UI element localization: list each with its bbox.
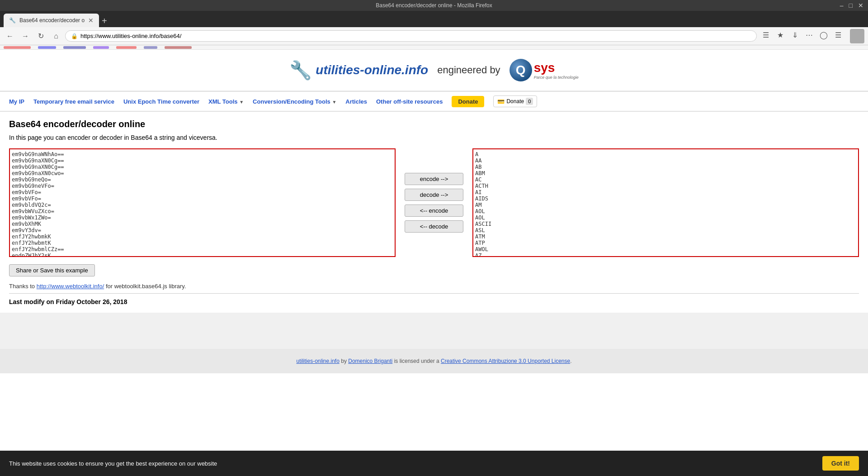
tab-favicon: 🔧 [9, 17, 16, 24]
home-btn[interactable]: ⌂ [50, 30, 62, 43]
license-text: is licensed under a [394, 358, 439, 364]
osys-tagline: Parce que la technologie [534, 75, 579, 80]
encoder-buttons: encode --> decode --> <-- encode <-- dec… [396, 148, 472, 257]
bookmark-item-7[interactable] [165, 46, 192, 49]
nav-my-ip[interactable]: My IP [9, 98, 24, 105]
nav-articles[interactable]: Articles [345, 98, 367, 105]
thanks-text: Thanks to [9, 283, 35, 290]
menu-btn[interactable]: ☰ [832, 29, 844, 42]
osys-logo[interactable]: Q sys Parce que la technologie [509, 59, 579, 81]
downloads-btn[interactable]: ⇓ [788, 29, 801, 42]
conversion-arrow: ▼ [332, 100, 336, 105]
minimize-btn[interactable]: – [840, 2, 844, 9]
nav-conversion[interactable]: Conversion/Encoding Tools ▼ [253, 98, 336, 105]
browser-chrome: Base64 encoder/decoder online - Mozilla … [0, 0, 868, 50]
nav-temp-email[interactable]: Temporary free email service [33, 98, 114, 105]
page-content: 🔧 utilities-online.info engineered by Q … [0, 50, 868, 373]
license-footer: utilities-online.info by Domenico Brigan… [0, 349, 868, 373]
donate-count: 0 [526, 98, 533, 105]
donate-paypal-label: Donate [506, 98, 524, 105]
url-bar: 🔒 [65, 30, 757, 42]
nav-menu: My IP Temporary free email service Unix … [0, 91, 868, 112]
nav-other[interactable]: Other off-site resources [376, 98, 443, 105]
active-tab[interactable]: 🔧 Base64 encoder/decoder o ✕ [4, 14, 99, 27]
footer-info: Thanks to http://www.webtoolkit.info/ fo… [9, 283, 859, 290]
osys-text-wrapper: sys Parce que la technologie [534, 61, 579, 80]
bookmark-item-4[interactable] [93, 46, 109, 49]
nav-extras: ☰ ★ ⇓ ⋯ ◯ ☰ [760, 29, 864, 43]
forward-btn[interactable]: → [19, 30, 32, 43]
osys-globe-icon: Q [509, 59, 532, 81]
avatar[interactable] [850, 29, 864, 43]
osys-label: sys [534, 61, 555, 75]
nav-unix-epoch[interactable]: Unix Epoch Time converter [123, 98, 199, 105]
url-input[interactable] [80, 33, 751, 39]
toolkit-suffix: for webtoolkit.base64.js library. [106, 283, 186, 290]
lock-icon: 🔒 [71, 33, 78, 39]
window-title: Base64 encoder/decoder online - Mozilla … [376, 2, 492, 9]
bookmark-bar [0, 45, 868, 50]
rev-decode-btn[interactable]: <-- decode [405, 220, 463, 233]
bookmark-item-2[interactable] [38, 46, 56, 49]
page-title: Base64 encoder/decoder online [9, 119, 859, 129]
bookmark-item-1[interactable] [4, 46, 31, 49]
logo-area: 🔧 utilities-online.info engineered by Q … [289, 59, 578, 81]
nav-xml-tools[interactable]: XML Tools ▼ [208, 98, 244, 105]
swiss-knife-icon: 🔧 [289, 60, 312, 81]
decode-btn[interactable]: decode --> [405, 189, 463, 201]
new-tab-btn[interactable]: + [102, 16, 107, 25]
encode-btn[interactable]: encode --> [405, 173, 463, 185]
input-textarea[interactable]: em9vbG9naWNhAo== em9vbG9naXN0Cg== em9vbG… [9, 148, 396, 257]
rev-encode-btn[interactable]: <-- encode [405, 205, 463, 217]
tab-close-btn[interactable]: ✕ [88, 17, 94, 24]
paypal-icon: 💳 [497, 98, 505, 105]
tab-bar: 🔧 Base64 encoder/decoder o ✕ + [0, 11, 868, 27]
close-btn[interactable]: ✕ [858, 2, 863, 9]
page-description: In this page you can encoder or decoder … [9, 134, 859, 141]
last-modify: Last modify on Friday October 26, 2018 [9, 293, 859, 305]
engineered-label: engineered by [437, 64, 500, 76]
grey-section [0, 313, 868, 349]
title-bar: Base64 encoder/decoder online - Mozilla … [0, 0, 868, 11]
license-site-link[interactable]: utilities-online.info [296, 358, 339, 364]
toolkit-link[interactable]: http://www.webtoolkit.info/ [37, 283, 104, 290]
license-author-link[interactable]: Domenico Briganti [348, 358, 392, 364]
xml-tools-arrow: ▼ [239, 100, 244, 105]
bookmark-item-6[interactable] [144, 46, 157, 49]
nav-bar: ← → ↻ ⌂ 🔒 ☰ ★ ⇓ ⋯ ◯ ☰ [0, 27, 868, 45]
bookmark-item-5[interactable] [116, 46, 137, 49]
site-header: 🔧 utilities-online.info engineered by Q … [0, 50, 868, 91]
pocket-btn[interactable]: ◯ [817, 29, 830, 42]
back-btn[interactable]: ← [4, 30, 16, 43]
main-content: Base64 encoder/decoder online In this pa… [0, 112, 868, 313]
bookmark-item-3[interactable] [63, 46, 86, 49]
donate-yellow-btn[interactable]: Donate [452, 96, 484, 107]
donate-paypal-btn[interactable]: 💳 Donate 0 [493, 95, 537, 107]
site-logo-text[interactable]: utilities-online.info [316, 63, 428, 77]
output-textarea[interactable]: A AA AB ABM AC ACTH AI AIDS AM AOL AOL A… [472, 148, 859, 257]
osys-brand: sys [534, 61, 579, 75]
share-save-btn[interactable]: Share or Save this example [9, 264, 95, 276]
more-btn[interactable]: ⋯ [803, 29, 816, 42]
encoder-layout: em9vbG9naWNhAo== em9vbG9naXN0Cg== em9vbG… [9, 148, 859, 257]
tab-label: Base64 encoder/decoder o [19, 17, 85, 24]
license-by: by [341, 358, 347, 364]
restore-btn[interactable]: □ [849, 2, 853, 9]
bookmark-btn[interactable]: ★ [774, 29, 787, 42]
reader-view-btn[interactable]: ☰ [760, 29, 772, 42]
refresh-btn[interactable]: ↻ [34, 30, 47, 43]
license-name-link[interactable]: Creative Commons Attribuzione 3.0 Unport… [441, 358, 570, 364]
